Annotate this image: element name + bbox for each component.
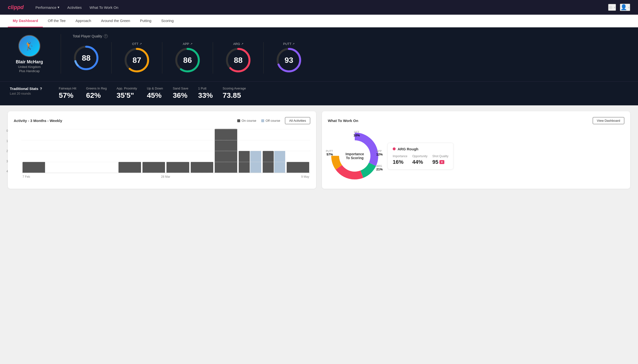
bar-group-9	[239, 151, 261, 173]
score-rings: 88 OTT ↗ 87	[73, 42, 628, 74]
tab-approach[interactable]: Approach	[71, 15, 96, 28]
traditional-stats-section: Traditional Stats ? Last 20 rounds Fairw…	[0, 82, 638, 105]
tab-my-dashboard[interactable]: My Dashboard	[8, 15, 43, 28]
bar-group-10	[263, 151, 285, 173]
shot-quality-badge: 95 ▼	[432, 159, 448, 165]
info-card-title: ARG Rough	[397, 147, 418, 151]
ott-score: 87	[132, 56, 141, 65]
chart-title: Activity - 3 Months - Weekly	[14, 118, 62, 123]
donut-section: Importance To Scoring OTT 10% APP 12% AR…	[328, 129, 624, 183]
wtwo-title: What To Work On	[328, 118, 358, 123]
arg-label: ARG ↗	[233, 42, 243, 46]
navbar: clippd Performance ▾ Activities What To …	[0, 0, 638, 15]
ott-donut-label: OTT 10%	[353, 130, 360, 137]
add-button[interactable]: ⊕▾	[608, 4, 616, 11]
app-donut-label: APP 12%	[376, 150, 383, 156]
trad-period: Last 20 rounds	[10, 92, 59, 95]
bar-oncourse-8	[215, 129, 237, 173]
score-divider-1	[111, 42, 112, 74]
legend-on-course-dot	[237, 119, 240, 122]
donut-svg	[328, 129, 382, 183]
shot-quality-stat: Shot Quality 95 ▼	[432, 154, 448, 165]
trad-label: Traditional Stats ? Last 20 rounds	[10, 86, 59, 95]
tab-putting[interactable]: Putting	[135, 15, 156, 28]
bar-oncourse-7	[191, 162, 213, 173]
stat-1-putt: 1 Putt 33%	[198, 86, 213, 100]
nav-activities[interactable]: Activities	[67, 4, 82, 10]
player-name: Blair McHarg	[16, 60, 43, 64]
putt-score: 93	[285, 56, 293, 65]
opportunity-stat: Opportunity 44%	[412, 154, 428, 165]
importance-stat: Importance 16%	[393, 154, 407, 165]
bar-oncourse-11	[287, 162, 309, 173]
arg-rough-info-card: ARG Rough Importance 16% Opportunity 44%…	[387, 143, 453, 170]
tpq-label: Total Player Quality ?	[73, 34, 628, 38]
avatar: 🏌️	[18, 35, 40, 57]
legend-off-course-dot	[261, 119, 264, 122]
bar-oncourse-9	[239, 151, 250, 173]
ott-label: OTT ↗	[132, 42, 142, 46]
bar-group-7	[191, 162, 213, 173]
bar-group-0	[23, 162, 45, 173]
tpq-info-icon[interactable]: ?	[104, 34, 108, 38]
arg-score: 88	[234, 56, 243, 65]
bar-oncourse-4	[118, 162, 141, 173]
trad-stats-info-icon[interactable]: ?	[40, 86, 42, 91]
stat-sand-save: Sand Save 36%	[173, 86, 188, 100]
stats-grid: Fairways Hit 57% Greens In Reg 62% App. …	[59, 86, 628, 100]
chart-y-labels: 4 3 2 1 0	[6, 129, 8, 173]
app-logo[interactable]: clippd	[8, 4, 24, 10]
player-handicap: Plus Handicap	[19, 69, 40, 73]
bar-chart	[22, 129, 310, 173]
ring-ott[interactable]: OTT ↗ 87	[123, 42, 150, 74]
bar-chart-area: 4 3 2 1 0 7 Feb	[14, 129, 310, 183]
nav-right-actions: ⊕▾ 👤▾	[608, 4, 630, 11]
info-card-stats: Importance 16% Opportunity 44% Shot Qual…	[393, 154, 448, 165]
what-to-work-on-card: What To Work On View Dashboard	[322, 111, 630, 189]
tabs-bar: My Dashboard Off the Tee Approach Around…	[0, 15, 638, 28]
nav-what-to-work-on[interactable]: What To Work On	[90, 4, 118, 10]
legend-on-course: On course	[237, 119, 256, 122]
bar-oncourse-6	[166, 162, 189, 173]
tab-scoring[interactable]: Scoring	[156, 15, 178, 28]
chart-header: Activity - 3 Months - Weekly On course O…	[14, 117, 310, 124]
bar-oncourse-0	[23, 162, 45, 173]
stat-app-proximity: App. Proximity 35'5"	[117, 86, 137, 100]
vertical-divider	[61, 34, 61, 74]
bar-offcourse-9	[250, 151, 261, 173]
user-menu-button[interactable]: 👤▾	[620, 4, 630, 11]
stat-up-and-down: Up & Down 45%	[147, 86, 163, 100]
player-country: United Kingdom	[18, 65, 41, 69]
stat-fairways-hit: Fairways Hit 57%	[59, 86, 76, 100]
nav-performance[interactable]: Performance ▾	[36, 4, 60, 10]
chart-legend: On course Off course	[237, 119, 280, 122]
tab-off-the-tee[interactable]: Off the Tee	[43, 15, 71, 28]
donut-chart: Importance To Scoring OTT 10% APP 12% AR…	[328, 129, 382, 183]
chart-x-labels: 7 Feb 28 Mar 9 May	[22, 175, 310, 178]
putt-label: PUTT ↗	[283, 42, 295, 46]
all-activities-button[interactable]: All Activities	[285, 117, 310, 124]
tab-around-the-green[interactable]: Around the Green	[96, 15, 135, 28]
score-divider-4	[263, 42, 264, 74]
app-label: APP ↗	[183, 42, 192, 46]
putt-donut-label: PUTT 57%	[326, 150, 333, 156]
ring-app[interactable]: APP ↗ 86	[174, 42, 201, 74]
bar-group-8	[215, 129, 237, 173]
cards-section: Activity - 3 Months - Weekly On course O…	[0, 105, 638, 194]
activity-chart-card: Activity - 3 Months - Weekly On course O…	[8, 111, 316, 189]
arg-donut-label: ARG 21%	[376, 164, 383, 171]
ring-putt[interactable]: PUTT ↗ 93	[275, 42, 302, 74]
hero-section: 🏌️ Blair McHarg United Kingdom Plus Hand…	[0, 28, 638, 82]
bar-group-11	[287, 162, 309, 173]
app-score: 86	[183, 56, 192, 65]
bar-oncourse-5	[142, 162, 165, 173]
player-info: 🏌️ Blair McHarg United Kingdom Plus Hand…	[10, 35, 49, 73]
down-arrow-icon: ▼	[440, 160, 445, 164]
bar-group-4	[118, 162, 141, 173]
view-dashboard-button[interactable]: View Dashboard	[593, 117, 624, 124]
stat-scoring-average: Scoring Average 73.85	[223, 86, 246, 100]
stat-greens-in-reg: Greens In Reg 62%	[86, 86, 107, 100]
bar-group-5	[142, 162, 165, 173]
ring-overall: 88	[73, 44, 100, 72]
ring-arg[interactable]: ARG ↗ 88	[225, 42, 252, 74]
